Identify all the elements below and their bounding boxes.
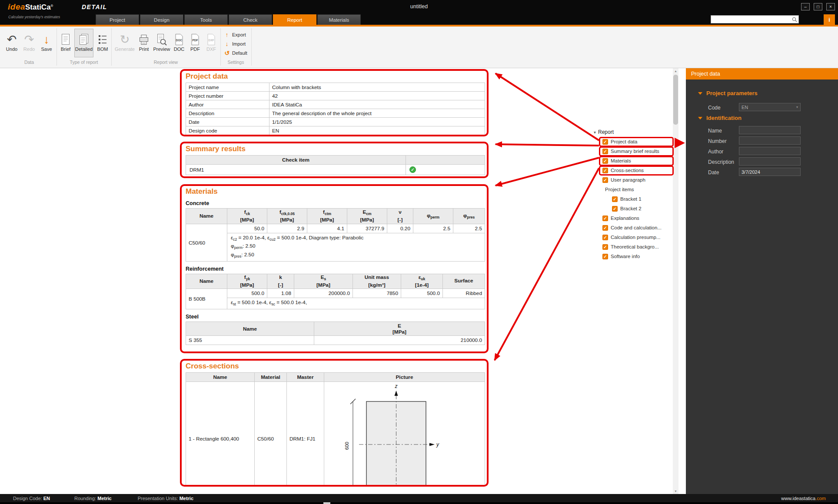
collapse-triangle-icon[interactable] <box>698 117 702 119</box>
scroll-down-icon[interactable]: ▼ <box>673 488 678 494</box>
redo-label: Redo <box>23 46 35 52</box>
scroll-up-icon[interactable]: ▲ <box>673 68 678 74</box>
tree-item-label: Project items <box>605 187 634 192</box>
tree-item-user-paragraph[interactable]: ✓User paragraph <box>594 175 679 185</box>
print-label: Print <box>139 46 149 52</box>
checkbox-checked-icon[interactable]: ✓ <box>602 158 608 164</box>
tree-item-bracket-2[interactable]: ✓Bracket 2 <box>594 204 679 213</box>
tree-item-code-and-calculation[interactable]: ✓Code and calculation... <box>594 223 679 232</box>
check-item-header: Check item <box>186 156 406 165</box>
taskbar-item[interactable] <box>323 502 330 504</box>
save-button[interactable]: ↓ Save <box>38 29 55 57</box>
name-field[interactable] <box>739 126 801 134</box>
tab-materials[interactable]: Materials <box>317 14 361 25</box>
checkbox-checked-icon[interactable]: ✓ <box>602 244 608 250</box>
checkbox-checked-icon[interactable]: ✓ <box>602 139 608 145</box>
detail-line: εc2 = 20.0 1e-4, εcu2 = 500.0 1e-4, Diag… <box>231 235 481 243</box>
tab-report[interactable]: Report <box>273 14 316 25</box>
tree-item-summary-brief-results[interactable]: ✓Summary brief results <box>594 146 679 156</box>
import-settings-button[interactable]: ↓ Import <box>224 40 253 48</box>
undo-icon: ↶ <box>7 29 17 46</box>
col-fck: fck[MPa] <box>227 209 267 224</box>
default-settings-button[interactable]: ↺ Default <box>224 49 253 57</box>
tree-item-theoretical-background[interactable]: ✓Theoretical backgro... <box>594 242 679 252</box>
redo-button[interactable]: ↷ Redo <box>21 29 37 57</box>
checkbox-checked-icon[interactable]: ✓ <box>612 206 618 212</box>
section-project-parameters[interactable]: Project parameters <box>698 90 758 96</box>
description-field[interactable] <box>739 157 801 166</box>
print-button[interactable]: Print <box>135 29 153 57</box>
website-link[interactable]: www.ideastatica.com <box>781 496 826 501</box>
author-label: Author <box>708 149 723 155</box>
col-e: E[MPa] <box>314 322 485 336</box>
minimize-icon[interactable]: – <box>801 3 810 10</box>
tree-item-software-info[interactable]: ✓Software info <box>594 252 679 261</box>
cell-value: 50.0 <box>227 224 267 233</box>
bom-button[interactable]: BOM <box>94 29 111 57</box>
search-input[interactable] <box>711 16 791 23</box>
scrollbar-thumb[interactable] <box>673 75 678 125</box>
undo-button[interactable]: ↶ Undo <box>3 29 20 57</box>
search-icon[interactable] <box>791 17 798 22</box>
col-phi-perm: φperm <box>413 209 453 224</box>
collapse-chevron-icon[interactable]: ▾ <box>594 130 596 135</box>
code-select[interactable]: EN ▾ <box>739 103 801 111</box>
checkbox-checked-icon[interactable]: ✓ <box>602 225 608 231</box>
checkbox-checked-icon[interactable]: ✓ <box>602 254 608 259</box>
checkbox-checked-icon[interactable]: ✓ <box>602 216 608 221</box>
tab-project[interactable]: Project <box>96 14 139 25</box>
preview-button[interactable]: Preview <box>153 29 171 57</box>
export-doc-button[interactable]: DOC DOC <box>171 29 187 57</box>
brief-report-button[interactable]: Brief <box>57 29 74 57</box>
row-value: Column with brackets <box>269 83 485 92</box>
status-bar: Design Code: EN Rounding: Metric Present… <box>0 494 838 502</box>
check-result-cell: ✓ <box>406 165 485 175</box>
properties-panel: Project data Project parameters Code EN … <box>686 68 838 494</box>
ribbon-toolbar: ↶ Undo ↷ Redo ↓ Save Data Brief Detailed <box>0 27 838 68</box>
tree-item-bracket-1[interactable]: ✓Bracket 1 <box>594 194 679 204</box>
generate-button[interactable]: ↻ Generate <box>116 29 134 57</box>
row-value: IDEA StatiCa <box>269 100 485 109</box>
maximize-icon[interactable]: □ <box>814 3 822 10</box>
close-icon[interactable]: × <box>826 3 835 10</box>
logo-slogan: Calculate yesterday's estimates <box>8 15 60 19</box>
section-identification[interactable]: Identification <box>698 115 742 121</box>
tree-root-report[interactable]: ▾ Report <box>594 127 679 137</box>
table-header-row: Name fyk[MPa] k[-] Es[MPa] Unit mass[kg/… <box>186 274 485 289</box>
tree-item-label: Calculation presump... <box>611 235 660 240</box>
checkbox-checked-icon[interactable]: ✓ <box>602 149 608 154</box>
tree-item-label: User paragraph <box>611 177 645 182</box>
cross-section-material: C50/60 <box>255 382 287 487</box>
tree-item-materials[interactable]: ✓Materials <box>594 156 679 166</box>
checkbox-checked-icon[interactable]: ✓ <box>612 196 618 202</box>
export-settings-button[interactable]: ↑ Export <box>224 30 253 39</box>
table-row: DescriptionThe general description of th… <box>186 109 485 118</box>
date-field[interactable]: 3/7/2024 <box>739 168 801 176</box>
export-dxf-button[interactable]: DXF DXF <box>203 29 219 57</box>
checkbox-checked-icon[interactable]: ✓ <box>602 235 608 240</box>
preview-label: Preview <box>153 46 170 52</box>
tab-check[interactable]: Check <box>229 14 272 25</box>
tree-item-project-data[interactable]: ✓Project data <box>594 137 679 146</box>
svg-text:DXF: DXF <box>209 39 214 42</box>
author-field[interactable] <box>739 147 801 155</box>
detailed-report-button[interactable]: Detailed <box>74 29 93 57</box>
detailed-documents-icon <box>79 29 89 46</box>
tree-item-project-items[interactable]: Project items <box>594 185 679 194</box>
tab-design[interactable]: Design <box>140 14 183 25</box>
number-field[interactable] <box>739 136 801 145</box>
tree-item-explanations[interactable]: ✓Explanations <box>594 213 679 223</box>
checkbox-checked-icon[interactable]: ✓ <box>602 177 608 183</box>
tree-item-cross-sections[interactable]: ✓Cross-sections <box>594 166 679 175</box>
info-button[interactable]: i <box>824 14 835 25</box>
checkbox-checked-icon[interactable]: ✓ <box>602 168 608 173</box>
table-row: S 355 210000.0 <box>186 336 485 345</box>
export-pdf-button[interactable]: PDF PDF <box>187 29 203 57</box>
collapse-triangle-icon[interactable] <box>698 92 702 95</box>
redo-icon: ↷ <box>24 29 34 46</box>
tab-tools[interactable]: Tools <box>184 14 228 25</box>
table-row: 1 - Rectangle 600,400 C50/60 DRM1: FJ1 z… <box>186 382 485 487</box>
tree-item-calculation-presumptions[interactable]: ✓Calculation presump... <box>594 232 679 242</box>
material-name: S 355 <box>186 336 314 345</box>
pdf-label: PDF <box>190 46 200 52</box>
